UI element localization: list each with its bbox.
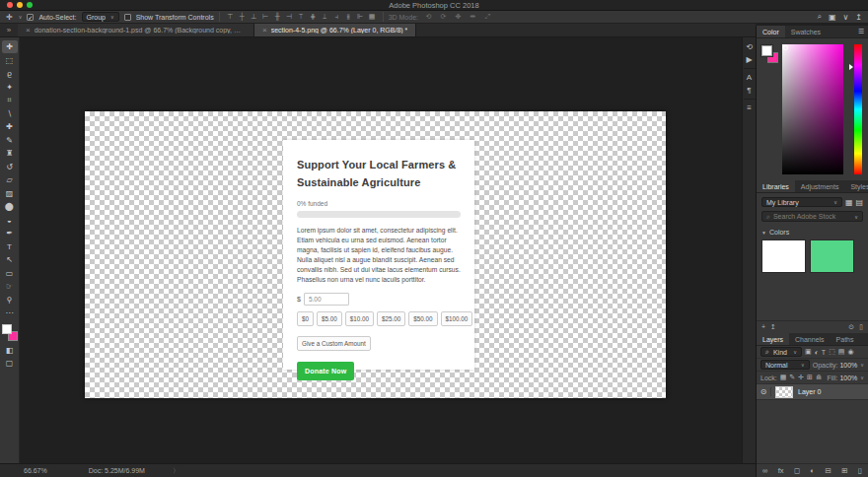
library-select[interactable]: My Library ∨ <box>761 197 842 207</box>
actions-icon[interactable]: ▶ <box>744 53 756 66</box>
donate-button[interactable]: Donate Now <box>297 362 354 380</box>
grid-view-icon[interactable]: ▦ <box>845 198 853 207</box>
align-bottom-edges-icon[interactable]: ⊥ <box>249 13 259 21</box>
filter-smart-icon[interactable]: ▤ <box>838 348 845 356</box>
add-icon[interactable]: + <box>761 323 765 331</box>
clone-stamp-tool[interactable]: ♜ <box>2 147 18 160</box>
visibility-icon[interactable]: ⊙ <box>848 323 854 331</box>
3d-slide-icon[interactable]: ⇹ <box>468 13 478 21</box>
filter-pixel-icon[interactable]: ▣ <box>805 348 812 356</box>
move-tool[interactable]: ✛ <box>2 40 18 53</box>
quick-mask-icon[interactable]: ◧ <box>2 344 18 357</box>
new-layer-icon[interactable]: ⊞ <box>841 466 847 475</box>
tab-swatches[interactable]: Swatches <box>785 26 827 37</box>
crop-tool[interactable]: ⌗ <box>2 94 18 106</box>
color-gradient-field[interactable] <box>782 44 843 174</box>
history-icon[interactable]: ⟲ <box>744 40 756 53</box>
share-icon[interactable]: ↥ <box>855 13 862 22</box>
library-swatch-white[interactable] <box>761 239 806 273</box>
status-chevron-icon[interactable]: 〉 <box>173 466 180 476</box>
filter-toggle-icon[interactable]: ◉ <box>847 348 853 356</box>
hand-tool[interactable]: ☞ <box>2 280 18 293</box>
healing-brush-tool[interactable]: ✚ <box>2 120 18 133</box>
distribute-vertical-centers-icon[interactable]: ⋕ <box>308 13 319 21</box>
3d-roll-icon[interactable]: ⟳ <box>438 13 449 21</box>
add-content-icon[interactable]: ↥ <box>770 323 776 331</box>
amount-level-button[interactable]: $25.00 <box>377 311 405 326</box>
type-tool[interactable]: T <box>2 240 18 253</box>
amount-level-button[interactable]: $100.00 <box>441 311 473 326</box>
fill-value[interactable]: 100% <box>839 375 857 381</box>
path-selection-tool[interactable]: ↖ <box>2 253 18 266</box>
lock-pixels-icon[interactable]: ✎ <box>789 374 795 381</box>
search-icon[interactable]: ⌕ <box>817 12 821 22</box>
paragraph-icon[interactable]: ¶ <box>744 84 756 97</box>
lock-position-icon[interactable]: ✛ <box>798 374 804 381</box>
chevron-down-icon[interactable]: ∨ <box>860 375 864 380</box>
foreground-color-chip[interactable] <box>761 45 772 56</box>
colors-section-header[interactable]: ▼ Colors <box>761 229 863 236</box>
blur-tool[interactable]: ⬤ <box>2 200 18 213</box>
lock-all-icon[interactable]: ⋒ <box>816 374 822 381</box>
document-tab[interactable]: ×donation-section-background-1.psd @ 66.… <box>18 24 254 36</box>
blend-mode-dropdown[interactable]: Normal ∨ <box>760 360 810 370</box>
delete-layer-icon[interactable]: ▯ <box>858 466 862 475</box>
align-right-edges-icon[interactable]: ⊣ <box>284 13 295 21</box>
layer-name[interactable]: Layer 0 <box>798 388 821 395</box>
auto-select-checkbox[interactable]: ✓ <box>27 14 34 21</box>
filter-type-icon[interactable]: T <box>822 349 826 356</box>
amount-input[interactable] <box>304 293 349 306</box>
custom-amount-button[interactable]: Give a Custom Amount <box>297 336 371 351</box>
brush-tool[interactable]: ✎ <box>2 134 18 147</box>
foreground-color-chip[interactable] <box>2 324 12 334</box>
rectangle-tool[interactable]: ▭ <box>2 267 18 280</box>
align-top-edges-icon[interactable]: ⊤ <box>225 13 236 21</box>
amount-level-button[interactable]: $5.00 <box>317 311 342 326</box>
toolbar-expand-icon[interactable]: » <box>0 24 18 36</box>
distribute-horizontal-centers-icon[interactable]: ⫵ <box>343 13 354 21</box>
tab-styles[interactable]: Styles <box>844 180 868 192</box>
amount-level-button[interactable]: $10.00 <box>345 311 374 326</box>
delete-icon[interactable]: ▯ <box>859 323 863 331</box>
distribute-spacing-icon[interactable]: ▦ <box>367 13 378 21</box>
color-sample-marker[interactable] <box>783 45 788 50</box>
document-tab[interactable]: ×section-4-5.png @ 66.7% (Layer 0, RGB/8… <box>254 24 416 36</box>
filter-shape-icon[interactable]: ⬚ <box>829 348 835 356</box>
layer-thumbnail[interactable] <box>775 386 793 398</box>
distribute-right-icon[interactable]: ⊩ <box>355 13 366 21</box>
amount-level-button[interactable]: $0 <box>297 311 314 326</box>
character-styles-icon[interactable]: ≡ <box>744 102 756 114</box>
tab-channels[interactable]: Channels <box>789 333 831 345</box>
pen-tool[interactable]: ✒ <box>2 227 18 239</box>
eraser-tool[interactable]: ▱ <box>2 173 18 186</box>
tab-adjustments[interactable]: Adjustments <box>795 180 845 192</box>
align-horizontal-centers-icon[interactable]: ╫ <box>272 13 283 21</box>
edit-toolbar[interactable]: ⋯ <box>2 307 18 319</box>
show-transform-checkbox[interactable] <box>124 14 131 21</box>
chevron-down-icon[interactable]: ∨ <box>860 362 864 368</box>
canvas[interactable]: Support Your Local Farmers & Sustainable… <box>85 111 666 398</box>
character-icon[interactable]: A <box>744 71 756 84</box>
3d-drag-icon[interactable]: ✥ <box>453 13 464 21</box>
marquee-tool[interactable]: ⬚ <box>2 54 18 67</box>
library-swatch-green[interactable] <box>810 239 854 273</box>
layer-effects-icon[interactable]: fx <box>778 466 784 475</box>
hue-marker[interactable] <box>849 64 853 70</box>
tab-libraries[interactable]: Libraries <box>757 180 795 192</box>
eyedropper-tool[interactable]: ∖ <box>2 107 18 120</box>
close-tab-icon[interactable]: × <box>262 26 267 34</box>
align-left-edges-icon[interactable]: ⊢ <box>260 13 271 21</box>
workspace-switcher-icon[interactable]: ▣ <box>829 13 836 22</box>
3d-scale-icon[interactable]: ⤢ <box>482 13 493 21</box>
gradient-tool[interactable]: ▨ <box>2 187 18 200</box>
list-view-icon[interactable]: ▤ <box>855 198 863 207</box>
lasso-tool[interactable]: ϱ <box>2 67 18 80</box>
layer-visibility-icon[interactable]: ⊙ <box>757 387 771 396</box>
layer-filter-dropdown[interactable]: ⌕ Kind ∨ <box>760 347 802 357</box>
dodge-tool[interactable]: ◒ <box>2 214 18 227</box>
filter-adjustment-icon[interactable]: ◐ <box>815 349 819 356</box>
link-layers-icon[interactable]: ∞ <box>762 466 767 475</box>
adjustment-layer-icon[interactable]: ◐ <box>811 466 816 475</box>
lock-transparent-icon[interactable]: ▦ <box>780 374 787 381</box>
tab-paths[interactable]: Paths <box>831 333 860 345</box>
